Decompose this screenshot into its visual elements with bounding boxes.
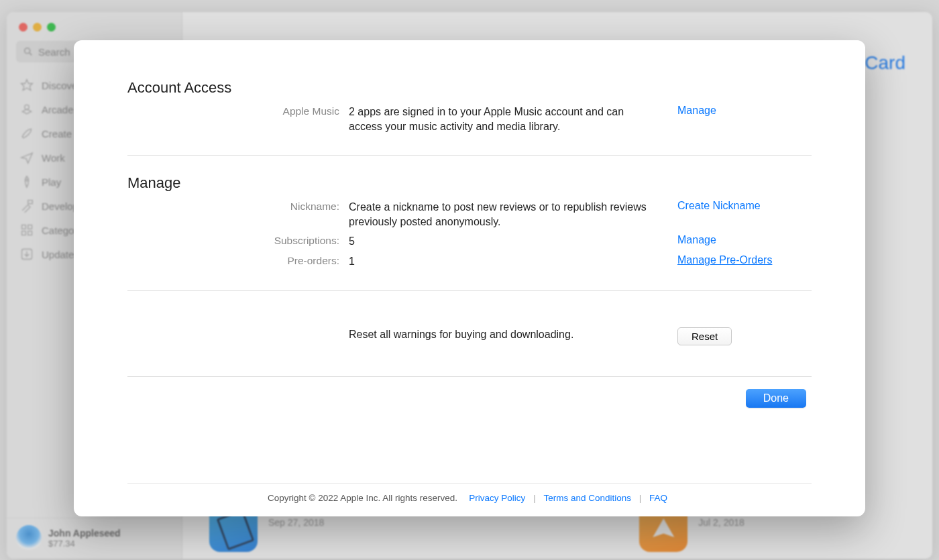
privacy-policy-link[interactable]: Privacy Policy <box>469 493 525 503</box>
section-title: Account Access <box>127 79 812 97</box>
apple-music-label: Apple Music <box>127 105 349 117</box>
section-reset-warnings: Reset all warnings for buying and downlo… <box>127 291 812 377</box>
row-nickname: Nickname: Create a nickname to post new … <box>127 200 812 229</box>
copyright-text: Copyright © 2022 Apple Inc. All rights r… <box>268 493 457 503</box>
preorders-label: Pre-orders: <box>127 254 349 267</box>
sheet-footer: Done <box>127 389 812 408</box>
row-subscriptions: Subscriptions: 5 Manage <box>127 234 812 249</box>
row-reset-warnings: Reset all warnings for buying and downlo… <box>127 327 812 345</box>
done-button[interactable]: Done <box>746 389 806 408</box>
manage-apple-music-link[interactable]: Manage <box>677 105 716 116</box>
row-preorders: Pre-orders: 1 Manage Pre-Orders <box>127 254 812 269</box>
faq-link[interactable]: FAQ <box>649 493 667 503</box>
subscriptions-label: Subscriptions: <box>127 234 349 247</box>
create-nickname-link[interactable]: Create Nickname <box>677 200 761 211</box>
section-account-access: Account Access Apple Music 2 apps are si… <box>127 67 812 156</box>
reset-button[interactable]: Reset <box>677 327 732 345</box>
section-manage: Manage Nickname: Create a nickname to po… <box>127 156 812 290</box>
reset-warnings-description: Reset all warnings for buying and downlo… <box>349 327 677 342</box>
terms-link[interactable]: Terms and Conditions <box>543 493 631 503</box>
apple-music-description: 2 apps are signed in to your Apple Music… <box>349 105 677 133</box>
row-apple-music: Apple Music 2 apps are signed in to your… <box>127 105 812 133</box>
legal-footer: Copyright © 2022 Apple Inc. All rights r… <box>127 483 812 503</box>
subscriptions-value: 5 <box>349 234 677 249</box>
account-settings-sheet: Account Access Apple Music 2 apps are si… <box>74 40 865 516</box>
nickname-label: Nickname: <box>127 200 349 213</box>
nickname-description: Create a nickname to post new reviews or… <box>349 200 677 229</box>
preorders-value: 1 <box>349 254 677 269</box>
manage-preorders-link[interactable]: Manage Pre-Orders <box>677 254 772 266</box>
manage-subscriptions-link[interactable]: Manage <box>677 234 716 245</box>
section-title: Manage <box>127 174 812 192</box>
